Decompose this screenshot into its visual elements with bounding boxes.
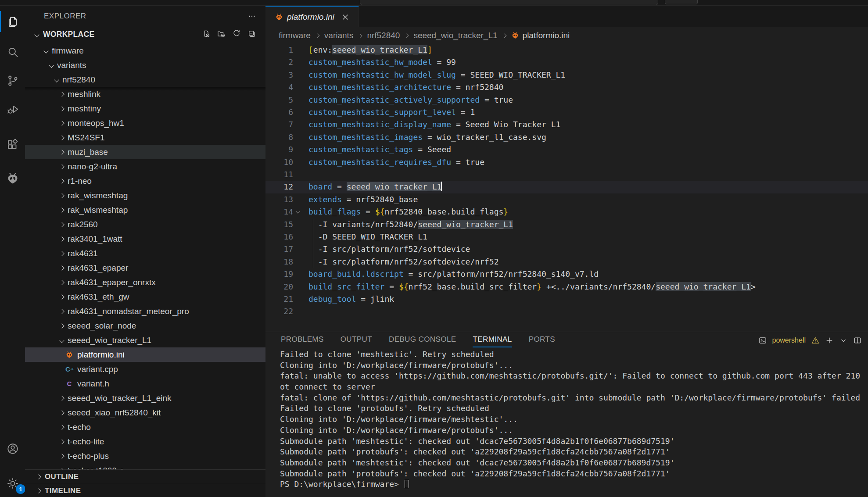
panel-tab-debug-console[interactable]: DEBUG CONSOLE (389, 332, 456, 347)
tree-item-t-echo[interactable]: t-echo (25, 420, 265, 434)
tree-item-label: rak3401_1watt (68, 234, 122, 244)
tree-item-rak4631_epaper_onrxtx[interactable]: rak4631_epaper_onrxtx (25, 275, 265, 290)
ellipsis-icon[interactable] (247, 11, 257, 21)
tree-item-meshlink[interactable]: meshlink (25, 87, 265, 101)
code-line-16[interactable]: -D SEEED_WIO_TRACKER_L1 (308, 231, 427, 243)
code-line-6[interactable]: custom_meshtastic_support_level = 1 (308, 106, 475, 118)
code-line-10[interactable]: custom_meshtastic_requires_dfu = true (308, 156, 484, 168)
breadcrumb-item-variants[interactable]: variants (324, 31, 354, 40)
tree-item-tracker-t1000-e[interactable]: tracker-t1000-e (25, 463, 265, 469)
file-item-variant.cpp[interactable]: C++variant.cpp (25, 362, 265, 376)
terminal-line: Failed to clone 'meshtestic'. Retry sche… (280, 349, 868, 360)
activity-item-run-debug[interactable] (0, 99, 25, 120)
terminal-output[interactable]: Failed to clone 'meshtestic'. Retry sche… (265, 348, 868, 497)
tree-item-rak4631_nomadstar_meteor_pro[interactable]: rak4631_nomadstar_meteor_pro (25, 304, 265, 318)
file-item-variant.h[interactable]: Cvariant.h (25, 376, 265, 391)
tree-item-rak4631_epaper[interactable]: rak4631_epaper (25, 261, 265, 275)
code-token: = true (480, 95, 513, 104)
tree-item-variants[interactable]: variants (25, 58, 265, 72)
code-line-14[interactable]: build_flags = ${nrf52840_base.build_flag… (308, 206, 508, 218)
activity-item-account[interactable] (0, 438, 25, 459)
chevron-down-icon (54, 77, 59, 82)
tree-item-label: rak2560 (68, 220, 98, 229)
chevron-right-icon (59, 193, 64, 198)
panel-tab-terminal[interactable]: TERMINAL (473, 332, 512, 347)
code-line-18[interactable]: -I src/platform/nrf52/softdevice/nrf52 (308, 256, 499, 268)
breadcrumb-item-platformio.ini[interactable]: platformio.ini (523, 31, 570, 40)
code-line-1[interactable]: [env:seeed_wio_tracker_L1] (308, 44, 432, 56)
activity-item-source-control[interactable] (0, 70, 25, 91)
tree-item-t-echo-lite[interactable]: t-echo-lite (25, 434, 265, 449)
tree-item-rak4631_eth_gw[interactable]: rak4631_eth_gw (25, 290, 265, 304)
breadcrumb-item-firmware[interactable]: firmware (279, 31, 311, 40)
code-line-12[interactable]: board = seeed_wio_tracker_L1 (308, 181, 441, 193)
activity-item-platformio[interactable] (0, 168, 25, 189)
tree-item-nrf52840[interactable]: nrf52840 (25, 72, 265, 87)
terminal-box-icon[interactable] (758, 336, 767, 345)
panel-tab-problems[interactable]: PROBLEMS (281, 332, 324, 347)
tree-item-r1-neo[interactable]: r1-neo (25, 174, 265, 188)
code-line-21[interactable]: debug_tool = jlink (308, 293, 394, 305)
tree-item-nano-g2-ultra[interactable]: nano-g2-ultra (25, 159, 265, 174)
code-editor[interactable]: 1[env:seeed_wio_tracker_L1]2custom_mesht… (265, 44, 868, 332)
tree-item-seeed_xiao_nrf52840_kit[interactable]: seeed_xiao_nrf52840_kit (25, 405, 265, 420)
split-editor-icon[interactable] (853, 336, 862, 345)
workspace-section-header[interactable]: WORKPLACE (25, 27, 265, 42)
tree-item-label: nrf52840 (62, 75, 95, 85)
panel-tab-ports[interactable]: PORTS (529, 332, 555, 347)
tree-item-rak2560[interactable]: rak2560 (25, 217, 265, 232)
fold-chevron-icon[interactable] (296, 206, 303, 218)
code-line-9[interactable]: custom_meshtastic_tags = Seeed (308, 143, 451, 156)
close-icon[interactable] (341, 12, 350, 22)
warning-icon[interactable] (811, 336, 820, 345)
terminal-shell-name[interactable]: powershell (772, 336, 806, 344)
layout-controls[interactable] (665, 0, 698, 4)
tree-item-seeed_solar_node[interactable]: seeed_solar_node (25, 318, 265, 333)
code-line-5[interactable]: custom_meshtastic_actively_supported = t… (308, 94, 513, 106)
activity-item-search[interactable] (0, 42, 25, 63)
activity-item-explorer[interactable] (0, 11, 25, 32)
tree-item-seeed_wio_tracker_L1[interactable]: seeed_wio_tracker_L1 (25, 333, 265, 347)
activity-item-extensions[interactable] (0, 135, 25, 156)
file-tree: firmwarevariantsnrf52840meshlinkmeshtiny… (25, 43, 265, 469)
code-line-3[interactable]: custom_meshtastic_hw_model_slug = SEEED_… (308, 69, 565, 81)
refresh-icon[interactable] (232, 29, 241, 39)
collapse-all-icon[interactable] (247, 29, 257, 39)
sidebar-section-timeline[interactable]: TIMELINE (25, 484, 265, 497)
code-line-2[interactable]: custom_meshtastic_hw_model = 99 (308, 56, 456, 68)
chevron-down-icon[interactable] (839, 336, 848, 345)
tree-item-rak3401_1watt[interactable]: rak3401_1watt (25, 232, 265, 246)
code-line-20[interactable]: build_src_filter = ${nrf52_base.build_sr… (308, 281, 756, 293)
new-folder-icon[interactable] (216, 29, 226, 39)
terminal-line: ot connect to server (280, 382, 868, 393)
tree-item-label: r1-neo (68, 176, 92, 186)
file-item-platformio.ini[interactable]: platformio.ini (25, 347, 265, 362)
tree-item-rak4631[interactable]: rak4631 (25, 246, 265, 261)
tree-item-label: variant.cpp (77, 365, 118, 374)
plus-icon[interactable] (825, 336, 834, 345)
new-file-icon[interactable] (201, 29, 211, 39)
sidebar-section-outline[interactable]: OUTLINE (25, 469, 265, 484)
tree-item-monteops_hw1[interactable]: monteops_hw1 (25, 116, 265, 130)
code-line-13[interactable]: extends = nrf52840_base (308, 193, 418, 206)
tree-item-firmware[interactable]: firmware (25, 43, 265, 58)
tree-item-rak_wismeshtap[interactable]: rak_wismeshtap (25, 203, 265, 217)
code-line-7[interactable]: custom_meshtastic_display_name = Seeed W… (308, 118, 560, 131)
tree-item-t-echo-plus[interactable]: t-echo-plus (25, 449, 265, 463)
tree-item-rak_wismeshtag[interactable]: rak_wismeshtag (25, 188, 265, 203)
command-center[interactable] (360, 0, 658, 5)
code-line-4[interactable]: custom_meshtastic_architecture = nrf5284… (308, 81, 503, 93)
tab-platformio-ini[interactable]: platformio.ini (265, 6, 359, 27)
tree-item-muzi_base[interactable]: muzi_base (25, 145, 265, 159)
breadcrumb-item-seeed_wio_tracker_L1[interactable]: seeed_wio_tracker_L1 (413, 31, 497, 40)
code-line-8[interactable]: custom_meshtastic_images = wio_tracker_l… (308, 131, 546, 143)
code-line-19[interactable]: board_build.ldscript = src/platform/nrf5… (308, 268, 599, 280)
tree-item-meshtiny[interactable]: meshtiny (25, 101, 265, 116)
code-line-17[interactable]: -I src/platform/nrf52/softdevice (308, 243, 470, 255)
source-control-icon (6, 74, 19, 87)
breadcrumb-item-nrf52840[interactable]: nrf52840 (367, 31, 400, 40)
panel-tab-output[interactable]: OUTPUT (341, 332, 372, 347)
tree-item-MS24SF1[interactable]: MS24SF1 (25, 130, 265, 145)
tree-item-seeed_wio_tracker_L1_eink[interactable]: seeed_wio_tracker_L1_eink (25, 391, 265, 405)
code-line-15[interactable]: -I variants/nrf52840/seeed_wio_tracker_L… (308, 218, 513, 231)
